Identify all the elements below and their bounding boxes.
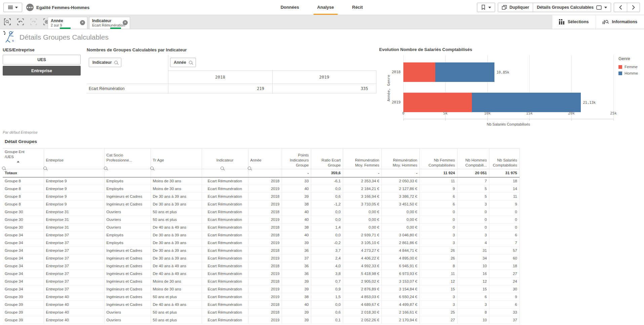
cell[interactable]: Ingénieurs et Cadres [104,270,151,278]
cell[interactable]: Entreprise 31 [44,224,104,231]
cell[interactable]: Ingénieurs et Cadres [104,200,151,208]
cell[interactable]: De 30 ans à 39 ans [151,254,202,262]
cell[interactable]: Ecart Rémunération [202,309,248,316]
column-header-entreprise[interactable]: Entreprise [44,148,104,169]
search-icon[interactable] [43,167,47,170]
cell[interactable]: Groupe 34 [3,285,44,293]
selection-chip[interactable]: Année 2 sur 9 ✕ [48,17,87,29]
search-icon[interactable] [2,167,5,170]
clear-selection-icon[interactable]: ✕ [123,20,128,25]
cell[interactable]: Ecart Rémunération [202,301,248,309]
ues-button[interactable]: UES [3,55,81,64]
bar-segment-homme-2018[interactable] [435,62,494,82]
cell[interactable]: Entreprise 37 [44,247,104,254]
pivot-column-header[interactable]: 2018 [168,75,272,80]
cell[interactable]: Ecart Rémunération [202,224,248,231]
cell[interactable]: Groupe 30 [3,224,44,231]
cell[interactable]: Groupe 39 [3,301,44,309]
column-header-r-mun-ration-moy-hommes[interactable]: RémunérationMoy. Hommes [381,148,419,169]
selections-panel-button[interactable]: Sélections [552,15,596,29]
cell[interactable]: Employés [104,231,151,239]
cell[interactable]: Groupe 34 [3,262,44,270]
cell[interactable]: Entreprise 31 [44,208,104,216]
pivot-column-header[interactable]: 2019 [272,75,376,80]
cell[interactable]: 2018 [248,262,282,270]
cell[interactable]: Entreprise 37 [44,231,104,239]
cell[interactable]: Ingénieurs et Cadres [104,278,151,285]
cell[interactable]: Ouvriers [104,224,151,231]
cell[interactable]: Entreprise 9 [44,200,104,208]
previous-sheet-button[interactable] [614,3,627,12]
cell[interactable]: Groupe 39 [3,316,44,324]
cell[interactable]: Ingénieurs et Cadres [104,285,151,293]
cell[interactable]: 2018 [248,177,282,185]
cell[interactable]: Ecart Rémunération [202,285,248,293]
column-header-nb-femmes-comptabilis-es[interactable]: Nb FemmesComptabilisées [419,148,457,169]
cell[interactable]: Ecart Rémunération [202,239,248,247]
cell[interactable]: Entreprise 40 [44,316,104,324]
column-header-groupe-ent-ues[interactable]: Groupe Ent/UES [3,148,44,169]
cell[interactable]: 2019 [248,200,282,208]
cell[interactable]: Ingénieurs et Cadres [104,254,151,262]
next-sheet-button[interactable] [627,3,640,12]
tab-recit[interactable]: Récit [343,0,372,15]
cell[interactable]: 2018 [248,247,282,254]
cell[interactable]: Entreprise 9 [44,177,104,185]
bar-segment-femme-2018[interactable] [403,62,435,82]
cell[interactable]: De 30 ans à 39 ans [151,247,202,254]
cell[interactable]: 2018 [248,301,282,309]
cell[interactable]: Groupe 8 [3,200,44,208]
cell[interactable]: 2018 [248,278,282,285]
cell[interactable]: Ecart Rémunération [202,262,248,270]
cell[interactable]: Groupe 30 [3,216,44,224]
bookmark-button[interactable] [477,3,495,12]
column-header-indicateur[interactable]: Indicateur [202,148,248,169]
pivot-column-dimension-button[interactable]: Année [170,58,196,67]
legend-item-femme[interactable]: Femme [618,65,638,69]
cell[interactable]: Ecart Rémunération [202,278,248,285]
smart-search-button[interactable] [3,17,12,27]
column-header-tr-age[interactable]: Tr Age [151,148,202,169]
bar-segment-homme-2019[interactable] [472,93,581,112]
cell[interactable]: Groupe 8 [3,177,44,185]
cell[interactable]: Entreprise 37 [44,262,104,270]
cell[interactable]: Ecart Rémunération [202,177,248,185]
cell[interactable]: 50 ans et plus [151,309,202,316]
cell[interactable]: Ingénieurs et Cadres [104,247,151,254]
cell[interactable]: Groupe 30 [3,208,44,216]
cell[interactable]: Groupe 34 [3,231,44,239]
cell[interactable]: 2019 [248,285,282,293]
cell[interactable]: Moins de 30 ans [151,285,202,293]
cell[interactable]: Groupe 39 [3,309,44,316]
entreprise-button[interactable]: Entreprise [3,66,81,76]
column-header-ratio-ecart-groupe[interactable]: Ratio EcartGroupe [311,148,343,169]
cell[interactable]: De 40 ans à 49 ans [151,301,202,309]
cell[interactable]: Groupe 34 [3,247,44,254]
cell[interactable]: Ecart Rémunération [202,270,248,278]
column-header-nb-salari-s-comptabilis-s[interactable]: Nb SalariésComptabilisés [489,148,519,169]
pivot-row-dimension-button[interactable]: Indicateur [89,58,121,67]
duplicate-button[interactable]: Dupliquer [498,3,533,12]
cell[interactable]: 2018 [248,231,282,239]
column-header-ann-e[interactable]: Année [248,148,282,169]
selection-chip[interactable]: Indicateur Ecart Rémunération ✕ [89,17,130,29]
cell[interactable]: 2019 [248,216,282,224]
cell[interactable]: Employés [104,177,151,185]
cell[interactable]: Ingénieurs et Cadres [104,193,151,200]
cell[interactable]: Entreprise 37 [44,270,104,278]
pivot-row-label[interactable]: Ecart Rémunération [89,86,125,91]
cell[interactable]: Moins de 30 ans [151,177,202,185]
cell[interactable]: Groupe 34 [3,254,44,262]
cell[interactable]: De 30 ans à 39 ans [151,231,202,239]
cell[interactable]: Ouvriers [104,216,151,224]
cell[interactable]: Entreprise 9 [44,193,104,200]
cell[interactable]: Ouvriers [104,309,151,316]
cell[interactable]: Ecart Rémunération [202,316,248,324]
cell[interactable]: Groupe 34 [3,270,44,278]
step-back-button[interactable] [16,17,25,27]
cell[interactable]: Entreprise 37 [44,278,104,285]
cell[interactable]: Ingénieurs et Cadres [104,262,151,270]
cell[interactable]: 50 ans et plus [151,293,202,301]
tab-donnees[interactable]: Données [272,0,308,15]
cell[interactable]: De 40 ans à 49 ans [151,262,202,270]
